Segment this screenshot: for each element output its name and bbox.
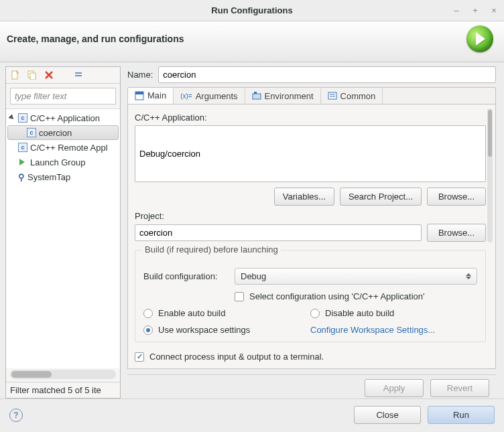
svg-rect-9 [253, 94, 261, 99]
tree-label: SystemTap [27, 172, 70, 182]
browse-app-button[interactable]: Browse... [427, 188, 486, 206]
window-title: Run Configurations [211, 5, 292, 15]
project-input[interactable] [135, 224, 422, 241]
apply-button[interactable]: Apply [365, 379, 424, 397]
filter-text-input[interactable]: type filter text [10, 88, 116, 104]
header-text: Create, manage, and run configurations [7, 33, 184, 44]
c-app-icon: c [18, 143, 27, 152]
tab-label: Common [340, 91, 376, 101]
select-using-app-label: Select configuration using 'C/C++ Applic… [249, 291, 425, 301]
c-app-icon: c [27, 128, 36, 137]
c-app-icon: c [18, 113, 27, 123]
name-label: Name: [127, 70, 153, 80]
disable-auto-label: Disable auto build [325, 308, 394, 318]
build-config-value: Debug [241, 271, 266, 281]
tab-strip: Main (x)= Arguments Environment Common [127, 87, 496, 104]
build-group-title: Build (if required) before launching [142, 244, 281, 255]
close-button[interactable]: Close [354, 406, 421, 424]
maximize-icon[interactable]: + [470, 6, 480, 15]
tree-label: coercion [39, 128, 72, 138]
tree-item-launch-group[interactable]: Launch Group [6, 155, 120, 169]
minimize-icon[interactable]: – [452, 6, 461, 15]
environment-tab-icon [252, 91, 261, 100]
name-input[interactable] [158, 66, 496, 83]
run-button[interactable]: Run [428, 406, 495, 424]
revert-button[interactable]: Revert [430, 379, 489, 397]
arguments-tab-icon: (x)= [180, 92, 192, 100]
dialog-header: Create, manage, and run configurations [0, 21, 504, 62]
browse-project-button[interactable]: Browse... [427, 224, 486, 242]
title-bar: Run Configurations – + × [0, 0, 504, 21]
use-workspace-radio[interactable] [143, 326, 153, 335]
vertical-scrollbar[interactable] [487, 109, 493, 242]
tree-label: C/C++ Remote Appl [30, 143, 108, 153]
configure-workspace-link[interactable]: Configure Workspace Settings... [310, 325, 435, 335]
duplicate-config-icon[interactable] [27, 70, 38, 80]
variables-button[interactable]: Variables... [274, 188, 334, 206]
tree-item-systemtap[interactable]: ⚲ SystemTap [6, 169, 120, 184]
svg-rect-2 [30, 73, 36, 80]
tab-main-body: C/C++ Application: Variables... Search P… [127, 104, 496, 369]
application-label: C/C++ Application: [135, 113, 486, 123]
delete-config-icon[interactable] [44, 70, 54, 80]
enable-auto-label: Enable auto build [158, 308, 225, 318]
run-large-icon [466, 25, 493, 52]
svg-rect-11 [328, 92, 336, 99]
build-group: Build (if required) before launching Bui… [135, 250, 486, 342]
select-using-app-checkbox[interactable] [235, 292, 244, 301]
svg-rect-6 [75, 75, 82, 76]
configurations-panel: type filter text c C/C++ Application c c… [5, 66, 121, 399]
tree-label: C/C++ Application [30, 113, 100, 123]
tab-label: Environment [265, 91, 314, 101]
left-toolbar [6, 67, 120, 84]
application-input[interactable] [135, 125, 486, 182]
tab-main[interactable]: Main [128, 88, 174, 104]
tab-common[interactable]: Common [321, 88, 383, 104]
systemtap-icon: ⚲ [18, 172, 25, 182]
tab-arguments[interactable]: (x)= Arguments [174, 88, 245, 104]
config-details: Name: Main (x)= Arguments Environment Co… [125, 66, 499, 399]
project-label: Project: [135, 211, 486, 221]
tree-item-cpp-application[interactable]: c C/C++ Application [6, 111, 120, 125]
connect-terminal-checkbox[interactable] [135, 352, 144, 362]
tab-environment[interactable]: Environment [245, 88, 321, 104]
dropdown-icon [466, 273, 471, 279]
common-tab-icon [328, 91, 337, 100]
enable-auto-radio[interactable] [143, 309, 153, 318]
build-config-label: Build configuration: [143, 271, 229, 281]
expand-icon[interactable] [9, 115, 15, 121]
disable-auto-radio[interactable] [310, 309, 320, 318]
connect-terminal-label: Connect process input & output to a term… [149, 352, 324, 362]
help-icon[interactable]: ? [9, 409, 23, 422]
filter-match-status: Filter matched 5 of 5 ite [6, 382, 120, 398]
tree-label: Launch Group [30, 157, 85, 167]
collapse-all-icon[interactable] [73, 70, 84, 80]
apply-revert-bar: Apply Revert [127, 374, 496, 399]
use-workspace-label: Use workspace settings [158, 325, 250, 335]
close-window-icon[interactable]: × [489, 6, 499, 15]
dialog-footer: ? Close Run [0, 399, 504, 432]
build-config-select[interactable]: Debug [235, 268, 477, 285]
svg-rect-5 [75, 72, 82, 74]
main-tab-icon [135, 91, 144, 100]
tree-item-cpp-remote[interactable]: c C/C++ Remote Appl [6, 140, 120, 155]
tree-item-coercion[interactable]: c coercion [7, 125, 119, 140]
svg-rect-8 [135, 92, 143, 94]
svg-rect-10 [254, 92, 257, 94]
new-config-icon[interactable] [10, 70, 21, 80]
tab-label: Main [147, 90, 166, 100]
config-tree[interactable]: c C/C++ Application c coercion c C/C++ R… [6, 109, 120, 368]
tab-label: Arguments [196, 91, 238, 101]
horizontal-scrollbar[interactable] [10, 370, 116, 379]
search-project-button[interactable]: Search Project... [340, 188, 422, 206]
launch-group-icon [18, 157, 27, 167]
